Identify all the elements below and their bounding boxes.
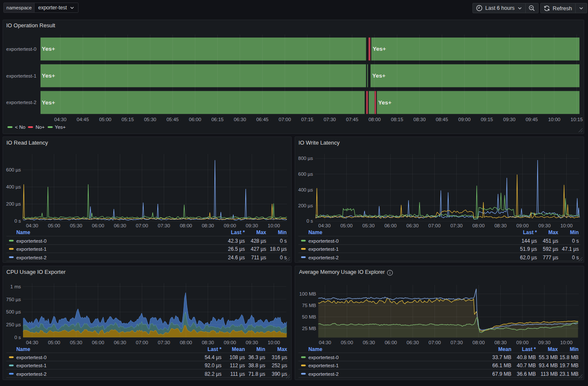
svg-text:05:00: 05:00	[340, 223, 353, 228]
svg-text:08:00: 08:00	[472, 340, 485, 345]
svg-text:25 MB: 25 MB	[302, 326, 316, 331]
svg-text:112 µs: 112 µs	[230, 363, 245, 369]
svg-text:Name: Name	[16, 229, 30, 235]
svg-text:36.3 µs: 36.3 µs	[248, 354, 265, 360]
svg-text:144 µs: 144 µs	[521, 238, 537, 244]
svg-text:75 MB: 75 MB	[302, 303, 316, 308]
svg-text:108 µs: 108 µs	[229, 354, 245, 360]
svg-text:09:00: 09:00	[516, 223, 529, 228]
svg-text:09:30: 09:30	[539, 223, 551, 228]
svg-text:exportertest-0: exportertest-0	[308, 355, 339, 360]
svg-text:09:30: 09:30	[246, 223, 258, 228]
svg-text:05:30: 05:30	[70, 340, 82, 345]
svg-text:10:00: 10:00	[560, 340, 573, 345]
svg-text:10:00: 10:00	[548, 117, 560, 122]
svg-text:09:15: 09:15	[481, 117, 493, 122]
svg-text:exportertest-1: exportertest-1	[308, 363, 339, 368]
svg-text:06:15: 06:15	[211, 117, 224, 122]
svg-text:66.1 MB: 66.1 MB	[492, 363, 512, 369]
svg-text:400 µs: 400 µs	[298, 187, 313, 192]
svg-text:51.9 µs: 51.9 µs	[520, 246, 537, 252]
svg-text:07:30: 07:30	[158, 223, 170, 228]
svg-text:451 µs: 451 µs	[543, 238, 558, 244]
svg-text:36.6 MB: 36.6 MB	[517, 371, 536, 377]
svg-text:04:30: 04:30	[26, 340, 38, 345]
svg-text:08:30: 08:30	[494, 340, 507, 345]
svg-text:Name: Name	[308, 229, 322, 235]
svg-text:0 s: 0 s	[280, 238, 287, 244]
svg-text:exportertest-2: exportertest-2	[16, 371, 46, 377]
svg-text:07:30: 07:30	[450, 223, 463, 228]
svg-text:exportertest-2: exportertest-2	[308, 371, 339, 377]
svg-text:10:15: 10:15	[571, 117, 583, 122]
svg-text:0 s: 0 s	[307, 218, 313, 223]
svg-text:08:00: 08:00	[368, 117, 381, 122]
svg-text:07:00: 07:00	[429, 340, 441, 345]
svg-text:07:30: 07:30	[158, 340, 170, 345]
svg-text:07:00: 07:00	[429, 223, 441, 228]
svg-text:500 µs: 500 µs	[6, 309, 21, 314]
svg-text:10:00: 10:00	[268, 340, 280, 345]
svg-text:04:30: 04:30	[26, 223, 38, 228]
svg-text:0 s: 0 s	[572, 255, 579, 261]
svg-text:67.9 MB: 67.9 MB	[492, 371, 512, 377]
svg-text:Last *: Last *	[522, 346, 536, 352]
svg-text:428 µs: 428 µs	[251, 238, 266, 244]
svg-text:38.8 µs: 38.8 µs	[248, 363, 265, 369]
svg-text:Min: Min	[570, 346, 579, 352]
svg-text:05:30: 05:30	[363, 340, 375, 345]
svg-text:04:45: 04:45	[77, 117, 89, 122]
svg-text:exportertest-1: exportertest-1	[16, 363, 46, 368]
svg-text:04:30: 04:30	[54, 117, 67, 122]
svg-text:07:00: 07:00	[279, 117, 291, 122]
svg-text:113 MB: 113 MB	[541, 371, 558, 377]
svg-text:Mean: Mean	[498, 346, 512, 352]
svg-text:exportertest-0: exportertest-0	[16, 238, 46, 244]
svg-text:06:00: 06:00	[92, 223, 104, 228]
svg-text:Name: Name	[308, 346, 322, 352]
svg-text:40.7 MB: 40.7 MB	[517, 363, 536, 369]
svg-text:06:00: 06:00	[92, 340, 104, 345]
svg-text:Yes+: Yes+	[42, 73, 55, 79]
svg-text:55.3 MB: 55.3 MB	[539, 354, 558, 360]
svg-text:Min: Min	[278, 229, 287, 235]
svg-text:08:00: 08:00	[472, 223, 485, 228]
svg-text:200 µs: 200 µs	[298, 203, 313, 208]
svg-text:Min: Min	[256, 346, 265, 352]
svg-text:09:00: 09:00	[224, 340, 236, 345]
svg-text:Min: Min	[570, 229, 579, 235]
svg-text:07:30: 07:30	[324, 117, 336, 122]
svg-text:CPU Usage IO Exporter: CPU Usage IO Exporter	[6, 269, 66, 275]
svg-text:800 µs: 800 µs	[298, 156, 313, 161]
svg-text:62.0 µs: 62.0 µs	[520, 255, 537, 261]
svg-text:09:30: 09:30	[246, 340, 258, 345]
svg-text:08:15: 08:15	[391, 117, 403, 122]
svg-text:Max: Max	[277, 346, 287, 352]
svg-text:33.7 MB: 33.7 MB	[492, 354, 512, 360]
svg-text:82.2 µs: 82.2 µs	[205, 371, 222, 377]
svg-text:Yes+: Yes+	[378, 99, 391, 106]
svg-text:Yes+: Yes+	[55, 125, 66, 130]
svg-text:06:00: 06:00	[384, 223, 397, 228]
svg-text:19.7 MB: 19.7 MB	[559, 363, 579, 369]
svg-text:592 µs: 592 µs	[543, 246, 558, 252]
svg-text:47.1 µs: 47.1 µs	[562, 246, 579, 252]
svg-text:711 µs: 711 µs	[251, 255, 266, 261]
svg-text:200 µs: 200 µs	[6, 201, 21, 206]
svg-text:Max: Max	[548, 229, 559, 235]
svg-text:54.4 µs: 54.4 µs	[205, 354, 222, 360]
svg-text:Last *: Last *	[231, 229, 245, 235]
svg-text:IO Operation Result: IO Operation Result	[6, 22, 55, 29]
svg-text:Last *: Last *	[523, 229, 537, 235]
svg-text:06:30: 06:30	[234, 117, 246, 122]
svg-text:exportertest-0: exportertest-0	[16, 355, 46, 360]
svg-text:71.8 µs: 71.8 µs	[248, 371, 265, 377]
svg-text:250 µs: 250 µs	[6, 322, 21, 327]
svg-text:08:30: 08:30	[202, 223, 214, 228]
svg-text:exportertest-2: exportertest-2	[6, 100, 37, 105]
svg-text:06:30: 06:30	[406, 223, 419, 228]
svg-text:0 s: 0 s	[280, 255, 287, 261]
svg-text:252 µs: 252 µs	[272, 363, 287, 369]
svg-text:316 µs: 316 µs	[272, 354, 287, 360]
svg-text:10:00: 10:00	[268, 223, 280, 228]
